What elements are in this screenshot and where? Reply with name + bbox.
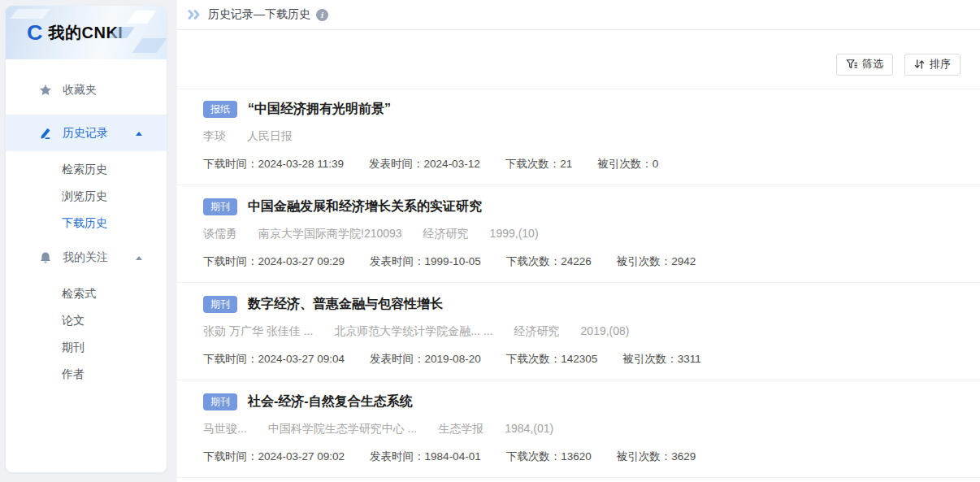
text-segment: 发表时间：1984-04-01 xyxy=(370,450,481,462)
doc-type-badge: 期刊 xyxy=(203,393,237,410)
cnki-logo-icon: C xyxy=(27,22,42,43)
sidebar-group-label: 我的关注 xyxy=(63,250,108,265)
text-segment: 被引次数：3311 xyxy=(622,353,701,365)
text-segment: 1999,(10) xyxy=(490,227,539,240)
text-segment: 下载时间：2024-03-27 09:04 xyxy=(203,353,345,365)
cnki-logo[interactable]: C 我的CNKI xyxy=(6,6,167,59)
filter-button[interactable]: 筛选 xyxy=(836,54,893,76)
sort-icon xyxy=(914,59,925,70)
text-segment: 下载次数：21 xyxy=(505,158,573,170)
doc-type-badge: 报纸 xyxy=(203,101,237,118)
text-segment: 下载时间：2024-03-27 09:02 xyxy=(203,450,345,462)
text-segment: 经济研究 xyxy=(423,227,469,240)
doc-type-badge: 期刊 xyxy=(203,198,237,215)
bell-icon xyxy=(39,251,52,264)
text-segment: 南京大学国际商学院!210093 xyxy=(258,227,402,240)
item-meta: 下载时间：2024-03-27 09:29发表时间：1999-10-05下载次数… xyxy=(203,254,960,269)
text-segment: 发表时间：1999-10-05 xyxy=(370,255,481,267)
collapse-arrow-icon[interactable] xyxy=(136,256,142,260)
item-title[interactable]: 数字经济、普惠金融与包容性增长 xyxy=(248,296,443,313)
text-segment: 下载次数：13620 xyxy=(506,450,592,462)
sidebar-item-search-history[interactable]: 检索历史 xyxy=(6,156,167,183)
text-segment: 2019,(08) xyxy=(581,324,630,337)
list-item: 期刊 数字经济、普惠金融与包容性增长 张勋 万广华 张佳佳 ...北京师范大学统… xyxy=(177,283,980,380)
text-segment: 生态学报 xyxy=(438,422,483,435)
sort-button-label: 排序 xyxy=(930,57,951,72)
text-segment: 谈儒勇 xyxy=(203,227,237,240)
sidebar-item-papers[interactable]: 论文 xyxy=(6,307,167,334)
sidebar-item-search-expression[interactable]: 检索式 xyxy=(6,280,167,307)
double-chevron-icon xyxy=(188,9,202,20)
sidebar-item-favorites[interactable]: 收藏夹 xyxy=(6,72,167,108)
doc-type-badge: 期刊 xyxy=(203,296,237,313)
info-icon[interactable]: i xyxy=(316,9,328,21)
toolbar: 筛选 排序 xyxy=(177,30,980,89)
pen-icon xyxy=(39,127,52,140)
list-item: 报纸 “中国经济拥有光明前景” 李琰人民日报 下载时间：2024-03-28 1… xyxy=(177,89,980,185)
item-meta: 下载时间：2024-03-28 11:39发表时间：2024-03-12下载次数… xyxy=(203,157,960,172)
text-segment: 经济研究 xyxy=(514,324,560,337)
page-title: 历史记录—下载历史 xyxy=(208,7,310,22)
sidebar-group-history[interactable]: 历史记录 xyxy=(6,115,167,151)
text-segment: 发表时间：2019-08-20 xyxy=(370,353,481,365)
item-title[interactable]: 中国金融发展和经济增长关系的实证研究 xyxy=(248,198,482,215)
text-segment: 中国科学院生态学研究中心 ... xyxy=(268,422,418,435)
breadcrumb-bar: 历史记录—下载历史 i xyxy=(177,0,980,30)
text-segment: 1984,(01) xyxy=(505,422,553,435)
sidebar-group-follow[interactable]: 我的关注 xyxy=(6,240,167,276)
text-segment: 发表时间：2024-03-12 xyxy=(369,158,480,170)
sidebar-item-authors[interactable]: 作者 xyxy=(6,361,167,388)
item-title[interactable]: “中国经济拥有光明前景” xyxy=(248,101,391,118)
text-segment: 李琰 xyxy=(203,129,226,142)
text-segment: 下载时间：2024-03-27 09:29 xyxy=(203,255,345,267)
text-segment: 被引次数：3629 xyxy=(617,450,696,462)
decorative-cube xyxy=(132,38,167,53)
decorative-cube xyxy=(126,11,156,24)
text-segment: 马世骏... xyxy=(203,422,247,435)
text-segment: 张勋 万广华 张佳佳 ... xyxy=(203,324,313,337)
item-meta: 下载时间：2024-03-27 09:04发表时间：2019-08-20下载次数… xyxy=(203,352,960,367)
list-item: 期刊 社会-经济-自然复合生态系统 马世骏...中国科学院生态学研究中心 ...… xyxy=(177,380,980,478)
follow-submenu: 检索式 论文 期刊 作者 xyxy=(6,276,167,391)
list-item: 期刊 中国金融发展和经济增长关系的实证研究 谈儒勇南京大学国际商学院!21009… xyxy=(177,185,980,283)
sidebar-group-label: 历史记录 xyxy=(63,126,108,141)
download-history-list: 报纸 “中国经济拥有光明前景” 李琰人民日报 下载时间：2024-03-28 1… xyxy=(177,89,980,478)
filter-button-label: 筛选 xyxy=(862,57,883,72)
item-meta: 下载时间：2024-03-27 09:02发表时间：1984-04-01下载次数… xyxy=(203,449,960,464)
sidebar-menu: 收藏夹 历史记录 检索历史 浏览历史 下载历史 我的关注 检索式 论文 xyxy=(6,59,167,391)
item-title[interactable]: 社会-经济-自然复合生态系统 xyxy=(248,393,413,410)
sidebar-item-browse-history[interactable]: 浏览历史 xyxy=(6,183,167,210)
item-authors: 谈儒勇南京大学国际商学院!210093经济研究1999,(10) xyxy=(203,227,960,241)
sort-button[interactable]: 排序 xyxy=(904,54,960,76)
sidebar-item-download-history[interactable]: 下载历史 xyxy=(6,210,167,237)
item-authors: 李琰人民日报 xyxy=(203,129,960,144)
sidebar: C 我的CNKI 收藏夹 历史记录 检索历史 浏览历史 下载历史 xyxy=(6,6,167,472)
text-segment: 人民日报 xyxy=(247,129,293,142)
filter-icon xyxy=(846,59,857,70)
item-authors: 马世骏...中国科学院生态学研究中心 ...生态学报1984,(01) xyxy=(203,422,960,436)
item-authors: 张勋 万广华 张佳佳 ...北京师范大学统计学院金融... ...经济研究201… xyxy=(203,324,960,339)
text-segment: 下载时间：2024-03-28 11:39 xyxy=(203,158,344,170)
text-segment: 被引次数：0 xyxy=(597,158,658,170)
text-segment: 下载次数：142305 xyxy=(506,353,598,365)
collapse-arrow-icon[interactable] xyxy=(136,132,142,136)
text-segment: 下载次数：24226 xyxy=(506,255,592,267)
text-segment: 被引次数：2942 xyxy=(617,255,696,267)
decorative-cube xyxy=(10,9,50,19)
sidebar-item-label: 收藏夹 xyxy=(63,83,97,98)
main-content: 历史记录—下载历史 i 筛选 排序 报纸 “中国经济拥有光明前景” 李琰人民日报 xyxy=(177,0,980,482)
history-submenu: 检索历史 浏览历史 下载历史 xyxy=(6,151,167,240)
sidebar-item-journals[interactable]: 期刊 xyxy=(6,334,167,361)
text-segment: 北京师范大学统计学院金融... ... xyxy=(334,324,492,337)
star-icon xyxy=(39,84,52,97)
